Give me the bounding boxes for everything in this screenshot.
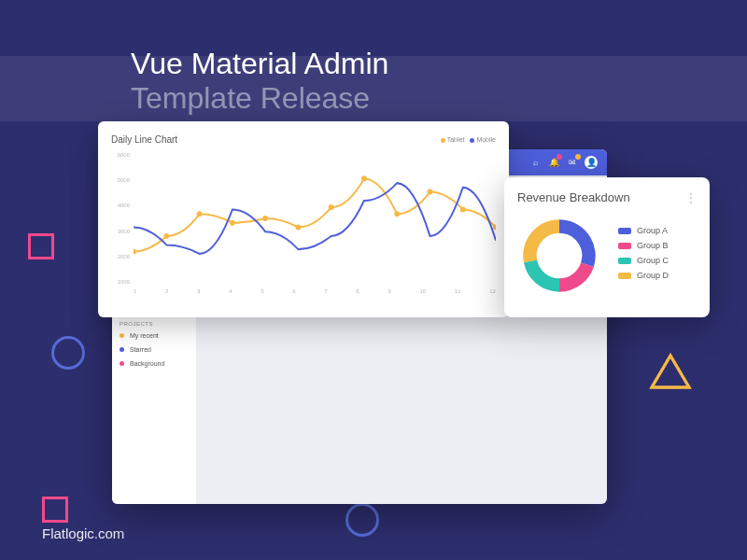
sidebar-project-starred[interactable]: Starred <box>112 343 196 357</box>
brand-label: Flatlogic.com <box>42 525 124 541</box>
svg-point-11 <box>460 206 466 212</box>
swatch-icon <box>618 228 631 234</box>
swatch-icon <box>618 243 631 249</box>
messages-icon[interactable]: ✉ <box>566 156 579 169</box>
sidebar-project-my-recent[interactable]: My recent <box>112 329 196 343</box>
promo-title: Vue Material Admin Template Release <box>131 47 388 116</box>
donut-chart <box>517 214 601 298</box>
search-icon[interactable]: ⌕ <box>529 156 542 169</box>
revenue-legend: Group AGroup BGroup CGroup D <box>618 226 669 286</box>
svg-point-3 <box>197 211 203 217</box>
legend-item: Group B <box>618 241 669 250</box>
svg-point-8 <box>361 175 367 181</box>
decoration-square-icon <box>42 497 68 523</box>
svg-point-6 <box>295 224 301 230</box>
svg-point-10 <box>428 189 433 195</box>
y-axis: 600050004000300020001000 <box>111 152 134 285</box>
svg-point-4 <box>230 220 235 226</box>
svg-point-7 <box>329 204 334 210</box>
svg-point-1 <box>134 248 136 254</box>
badge-dot <box>575 154 581 160</box>
sidebar-project-background[interactable]: Background <box>112 357 196 371</box>
project-dot-icon <box>120 347 124 352</box>
card-menu-icon[interactable]: ⋮ <box>685 191 697 204</box>
decoration-square-icon <box>28 233 54 259</box>
svg-point-2 <box>163 233 169 239</box>
avatar[interactable]: 👤 <box>585 156 598 169</box>
x-axis: 123456789101112 <box>134 288 496 301</box>
legend-item: Group C <box>618 256 669 265</box>
line-chart <box>134 152 496 285</box>
line-chart-card: Daily Line Chart TabletMobile 6000500040… <box>98 121 509 317</box>
swatch-icon <box>618 258 631 264</box>
project-dot-icon <box>120 333 124 338</box>
decoration-circle-icon <box>345 503 379 537</box>
decoration-circle-icon <box>51 336 85 370</box>
badge-dot <box>557 154 562 160</box>
sidebar-section-projects: PROJECTS <box>112 315 196 329</box>
promo-line2: Template Release <box>131 81 388 116</box>
chart-title: Daily Line Chart <box>111 134 177 145</box>
svg-point-5 <box>262 216 268 221</box>
swatch-icon <box>618 273 631 279</box>
svg-point-9 <box>394 211 400 217</box>
notifications-icon[interactable]: 🔔 <box>547 156 560 169</box>
promo-line1: Vue Material Admin <box>131 47 388 81</box>
legend-item: Group D <box>618 271 669 280</box>
chart-legend: TabletMobile <box>435 136 496 143</box>
svg-marker-0 <box>652 356 689 387</box>
decoration-triangle-icon <box>650 355 691 390</box>
revenue-card: Revenue Breakdown ⋮ Group AGroup BGroup … <box>504 177 710 317</box>
revenue-title: Revenue Breakdown <box>517 190 630 204</box>
project-dot-icon <box>120 361 124 366</box>
legend-item: Group A <box>618 226 669 235</box>
